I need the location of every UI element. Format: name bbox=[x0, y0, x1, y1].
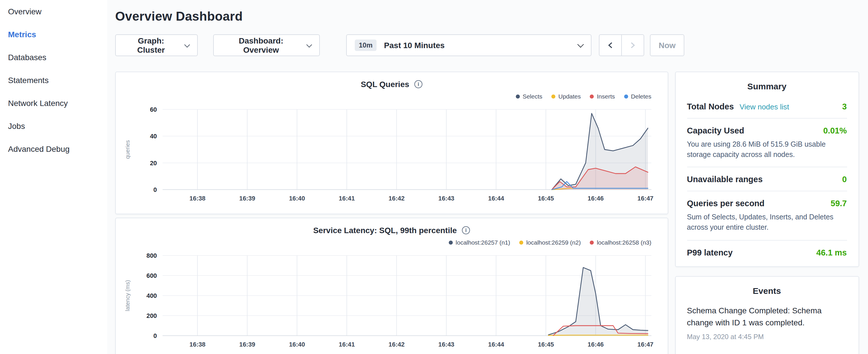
svg-text:800: 800 bbox=[147, 252, 157, 259]
app-window: OverviewMetricsDatabasesStatementsNetwor… bbox=[0, 0, 868, 354]
svg-text:16:45: 16:45 bbox=[538, 195, 554, 202]
svg-text:16:38: 16:38 bbox=[189, 195, 206, 202]
service-latency-chart[interactable]: 020040060080016:3816:3916:4016:4116:4216… bbox=[122, 249, 662, 354]
svg-text:latency (ms): latency (ms) bbox=[124, 280, 131, 311]
chevron-down-icon bbox=[306, 41, 312, 47]
summary-value: 46.1 ms bbox=[816, 248, 847, 257]
chart-head: SQL Queries i bbox=[122, 79, 662, 89]
charts-column: SQL Queries i SelectsUpdatesInsertsDelet… bbox=[115, 72, 668, 354]
svg-text:0: 0 bbox=[153, 186, 157, 193]
sidebar-item-metrics[interactable]: Metrics bbox=[0, 23, 107, 46]
summary-label: P99 latency bbox=[687, 248, 733, 257]
time-step-buttons bbox=[599, 34, 644, 56]
legend-dot-icon bbox=[590, 94, 594, 98]
svg-text:16:42: 16:42 bbox=[389, 341, 405, 348]
summary-label: Queries per second bbox=[687, 199, 765, 208]
sidebar-item-databases[interactable]: Databases bbox=[0, 46, 107, 69]
svg-text:16:41: 16:41 bbox=[339, 341, 355, 348]
legend-item: Updates bbox=[552, 93, 581, 100]
legend-label: Selects bbox=[523, 93, 542, 100]
summary-description: Sum of Selects, Updates, Inserts, and De… bbox=[687, 212, 847, 233]
svg-text:16:38: 16:38 bbox=[189, 341, 206, 348]
events-heading: Events bbox=[687, 277, 847, 299]
svg-text:40: 40 bbox=[150, 133, 157, 140]
info-icon[interactable]: i bbox=[462, 226, 470, 234]
svg-text:20: 20 bbox=[150, 160, 157, 167]
chevron-down-icon bbox=[578, 41, 584, 48]
sql-queries-chart[interactable]: 020406016:3816:3916:4016:4116:4216:4316:… bbox=[122, 102, 662, 210]
sidebar-item-jobs[interactable]: Jobs bbox=[0, 115, 107, 137]
svg-text:16:47: 16:47 bbox=[637, 341, 653, 348]
event-timestamp: May 13, 2020 at 4:45 PM bbox=[687, 332, 847, 341]
summary-label: Unavailable ranges bbox=[687, 175, 763, 184]
sidebar-item-advanced-debug[interactable]: Advanced Debug bbox=[0, 137, 107, 160]
now-button[interactable]: Now bbox=[650, 34, 684, 56]
svg-text:16:42: 16:42 bbox=[389, 195, 405, 202]
legend-dot-icon bbox=[552, 94, 556, 98]
dashboard-dropdown-label: Dashboard: Overview bbox=[222, 36, 300, 55]
chevron-down-icon bbox=[184, 41, 190, 47]
content-row: SQL Queries i SelectsUpdatesInsertsDelet… bbox=[115, 72, 859, 354]
legend-item: localhost:26259 (n2) bbox=[519, 239, 581, 246]
sidebar: OverviewMetricsDatabasesStatementsNetwor… bbox=[0, 0, 107, 354]
time-range-picker[interactable]: 10m Past 10 Minutes bbox=[346, 34, 591, 56]
service-latency-panel: Service Latency: SQL, 99th percentile i … bbox=[115, 218, 668, 354]
summary-heading: Summary bbox=[687, 72, 847, 95]
summary-value: 3 bbox=[842, 102, 847, 111]
svg-text:16:44: 16:44 bbox=[488, 195, 504, 202]
page-title: Overview Dashboard bbox=[115, 9, 859, 24]
events-panel: Events Schema Change Completed: Schema c… bbox=[675, 276, 859, 354]
legend-dot-icon bbox=[624, 94, 628, 98]
legend-dot-icon bbox=[516, 94, 520, 98]
summary-label: Capacity Used bbox=[687, 126, 744, 135]
legend-item: localhost:26258 (n3) bbox=[590, 239, 651, 246]
dashboard-dropdown[interactable]: Dashboard: Overview bbox=[213, 34, 320, 56]
svg-text:queries: queries bbox=[124, 140, 131, 159]
legend-item: Inserts bbox=[590, 93, 615, 100]
svg-text:600: 600 bbox=[147, 272, 157, 279]
svg-text:0: 0 bbox=[153, 332, 157, 340]
info-icon[interactable]: i bbox=[414, 80, 423, 88]
sidebar-item-statements[interactable]: Statements bbox=[0, 69, 107, 92]
chart-legend: SelectsUpdatesInsertsDeletes bbox=[122, 92, 651, 100]
chart-title: SQL Queries bbox=[361, 79, 409, 89]
toolbar: Graph: Cluster Dashboard: Overview 10m P… bbox=[115, 34, 859, 56]
events-list: Schema Change Completed: Schema change w… bbox=[687, 299, 847, 347]
svg-text:16:44: 16:44 bbox=[488, 341, 504, 348]
chart-title: Service Latency: SQL, 99th percentile bbox=[313, 225, 457, 234]
svg-text:16:41: 16:41 bbox=[339, 195, 355, 202]
right-sidebar: Summary Total NodesView nodes list3Capac… bbox=[675, 72, 859, 354]
legend-label: localhost:26259 (n2) bbox=[526, 239, 581, 246]
summary-value: 0.01% bbox=[823, 126, 847, 135]
summary-value: 0 bbox=[842, 175, 847, 184]
legend-dot-icon bbox=[519, 240, 523, 244]
graph-dropdown[interactable]: Graph: Cluster bbox=[115, 34, 198, 56]
summary-rows: Total NodesView nodes list3Capacity Used… bbox=[687, 95, 847, 264]
event-item: Schema Change Completed: Schema change w… bbox=[687, 299, 847, 347]
summary-label: Total Nodes bbox=[687, 102, 734, 111]
legend-label: Deletes bbox=[631, 93, 651, 100]
time-next-button[interactable] bbox=[621, 34, 644, 56]
svg-text:16:43: 16:43 bbox=[438, 195, 455, 202]
sidebar-item-overview[interactable]: Overview bbox=[0, 0, 107, 23]
graph-dropdown-label: Graph: Cluster bbox=[124, 36, 178, 55]
legend-label: localhost:26257 (n1) bbox=[456, 239, 510, 246]
svg-text:400: 400 bbox=[147, 292, 157, 299]
main-content: Overview Dashboard Graph: Cluster Dashbo… bbox=[107, 0, 868, 354]
view-nodes-link[interactable]: View nodes list bbox=[740, 102, 789, 111]
svg-text:16:47: 16:47 bbox=[637, 195, 653, 202]
svg-text:16:43: 16:43 bbox=[438, 341, 455, 348]
time-range-badge: 10m bbox=[355, 39, 376, 51]
svg-text:16:46: 16:46 bbox=[588, 195, 604, 202]
legend-item: Deletes bbox=[624, 93, 651, 100]
svg-text:60: 60 bbox=[150, 106, 157, 113]
event-message: Schema Change Completed: Schema change w… bbox=[687, 304, 847, 328]
svg-text:16:39: 16:39 bbox=[239, 341, 255, 348]
time-range-label: Past 10 Minutes bbox=[384, 41, 571, 50]
chart-head: Service Latency: SQL, 99th percentile i bbox=[122, 225, 662, 235]
sidebar-item-network-latency[interactable]: Network Latency bbox=[0, 92, 107, 115]
app-root: OverviewMetricsDatabasesStatementsNetwor… bbox=[0, 0, 868, 354]
svg-text:16:45: 16:45 bbox=[538, 341, 554, 348]
summary-row: Total NodesView nodes list3 bbox=[687, 95, 847, 119]
time-prev-button[interactable] bbox=[599, 34, 622, 56]
